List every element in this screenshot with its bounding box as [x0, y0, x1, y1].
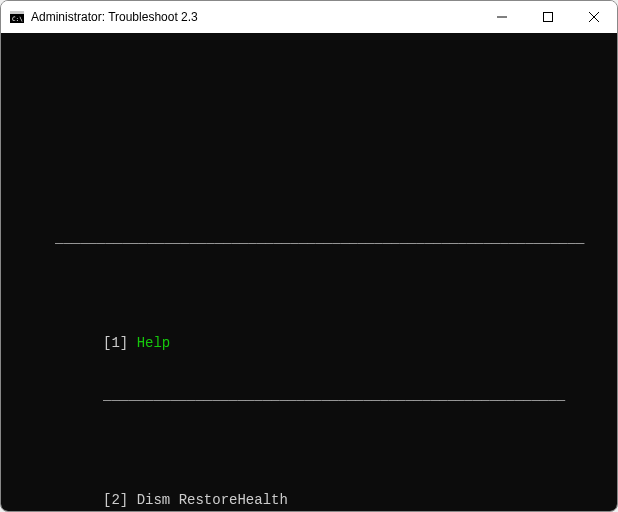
hr-top: ________________________________________… — [5, 230, 613, 248]
window-title: Administrator: Troubleshoot 2.3 — [31, 10, 198, 24]
maximize-button[interactable] — [525, 1, 571, 33]
hr-1: ________________________________________… — [5, 387, 613, 405]
svg-rect-1 — [10, 11, 24, 14]
window-frame: C:\ Administrator: Troubleshoot 2.3 ____… — [0, 0, 618, 512]
svg-rect-4 — [544, 13, 553, 22]
svg-text:C:\: C:\ — [12, 15, 23, 22]
minimize-button[interactable] — [479, 1, 525, 33]
terminal-body[interactable]: ________________________________________… — [1, 33, 617, 511]
close-button[interactable] — [571, 1, 617, 33]
menu-item-2: [2] Dism RestoreHealth — [5, 492, 613, 510]
titlebar[interactable]: C:\ Administrator: Troubleshoot 2.3 — [1, 1, 617, 33]
app-icon: C:\ — [9, 9, 25, 25]
menu-item-1: [1] Help — [5, 335, 613, 353]
